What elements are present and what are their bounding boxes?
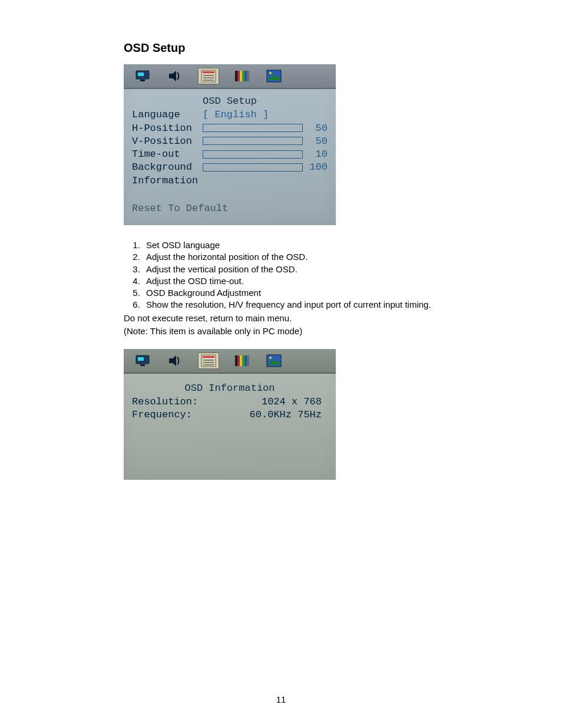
osd-slider: 50 — [203, 122, 328, 134]
osd-slider-track — [203, 163, 303, 172]
color-bars-icon — [233, 68, 251, 84]
osd-info-body: OSD Information Resolution: 1024 x 768 F… — [124, 374, 336, 480]
osd-row-h-position: H-Position50 — [132, 122, 328, 134]
osd-row-language: Language [ English ] — [132, 108, 328, 121]
osd-setup-screenshot: OSD Setup Language [ English ] H-Positio… — [124, 64, 336, 225]
osd-toolbar — [124, 64, 336, 89]
osd-info-frequency-row: Frequency: 60.0KHz 75Hz — [132, 409, 328, 421]
svg-rect-13 — [244, 71, 247, 81]
svg-rect-27 — [235, 355, 237, 366]
osd-reset-label: Reset To Default — [132, 202, 328, 215]
section-heading: OSD Setup — [124, 41, 503, 55]
osd-setup-title: OSD Setup — [132, 95, 328, 107]
osd-slider: 100 — [203, 161, 328, 173]
osd-slider-value: 50 — [303, 135, 328, 147]
osd-setting-label: H-Position — [132, 122, 203, 134]
osd-information-screenshot: OSD Information Resolution: 1024 x 768 F… — [124, 349, 336, 480]
osd-slider-value: 100 — [303, 161, 328, 173]
svg-marker-3 — [169, 71, 176, 81]
svg-point-17 — [269, 72, 272, 74]
svg-marker-21 — [169, 355, 176, 366]
osd-slider: 10 — [203, 148, 328, 160]
svg-rect-20 — [140, 364, 145, 366]
osd-slider: 50 — [203, 135, 328, 147]
bracket-open: [ — [203, 108, 214, 121]
svg-rect-5 — [203, 71, 214, 73]
color-bars-icon — [233, 353, 251, 368]
osd-desc-item: Adjust the OSD time-out. — [143, 275, 503, 287]
svg-rect-19 — [138, 357, 144, 361]
osd-setting-label: V-Position — [132, 135, 203, 147]
osd-row-time-out: Time-out10 — [132, 148, 328, 160]
svg-rect-14 — [247, 71, 249, 81]
list-icon — [198, 68, 219, 84]
monitor-icon — [134, 68, 152, 84]
osd-desc-item: Adjust the vertical position of the OSD. — [143, 263, 503, 275]
svg-rect-31 — [244, 355, 247, 366]
osd-description-block: Set OSD languageAdjust the horizontal po… — [124, 239, 503, 337]
svg-point-35 — [269, 357, 272, 359]
svg-rect-12 — [242, 71, 244, 81]
svg-rect-11 — [240, 71, 242, 81]
osd-row-v-position: V-Position50 — [132, 135, 328, 147]
osd-info-title: OSD Information — [132, 382, 328, 394]
svg-rect-9 — [235, 71, 237, 81]
speaker-icon — [166, 68, 184, 84]
osd-slider-value: 50 — [303, 122, 328, 134]
picture-icon — [265, 68, 283, 84]
osd-setting-label: Time-out — [132, 148, 203, 160]
svg-rect-2 — [140, 80, 145, 81]
osd-setting-label: Background — [132, 161, 203, 173]
speaker-icon — [166, 353, 184, 368]
osd-row-background: Background100 — [132, 161, 328, 173]
osd-frequency-label: Frequency: — [132, 409, 209, 421]
osd-language-value: English — [214, 108, 256, 121]
osd-desc-item: Show the resolution, H/V frequency and i… — [143, 299, 503, 311]
svg-rect-28 — [237, 355, 240, 366]
osd-setup-body: OSD Setup Language [ English ] H-Positio… — [124, 89, 336, 225]
osd-desc-item: Set OSD language — [143, 239, 503, 251]
svg-rect-30 — [242, 355, 244, 366]
svg-rect-10 — [237, 71, 240, 81]
svg-rect-23 — [203, 356, 214, 358]
picture-icon — [265, 353, 283, 368]
osd-slider-track — [203, 150, 303, 159]
osd-information-label: Information — [132, 174, 203, 187]
osd-toolbar — [124, 349, 336, 374]
list-icon — [198, 353, 219, 369]
osd-resolution-value: 1024 x 768 — [209, 396, 328, 408]
osd-language-label: Language — [132, 108, 203, 121]
osd-row-information: Information — [132, 174, 328, 187]
osd-slider-track — [203, 124, 303, 132]
osd-desc-item: OSD Background Adjustment — [143, 287, 503, 299]
page-number: 11 — [0, 694, 562, 704]
osd-resolution-label: Resolution: — [132, 396, 209, 408]
document-page: OSD Setup OSD Setup Language [ — [0, 0, 562, 728]
svg-rect-29 — [240, 355, 242, 366]
osd-info-resolution-row: Resolution: 1024 x 768 — [132, 396, 328, 408]
bracket-close: ] — [257, 108, 269, 121]
osd-desc-line-a: Do not execute reset, return to main men… — [124, 312, 503, 324]
osd-desc-line-b: (Note: This item is available only in PC… — [124, 325, 503, 337]
svg-rect-32 — [247, 355, 249, 366]
osd-slider-track — [203, 137, 303, 145]
svg-rect-1 — [138, 73, 144, 76]
osd-desc-item: Adjust the horizontal position of the OS… — [143, 251, 503, 263]
osd-slider-value: 10 — [303, 148, 328, 160]
osd-frequency-value: 60.0KHz 75Hz — [209, 409, 328, 421]
osd-description-list: Set OSD languageAdjust the horizontal po… — [124, 239, 503, 311]
monitor-icon — [134, 353, 152, 368]
